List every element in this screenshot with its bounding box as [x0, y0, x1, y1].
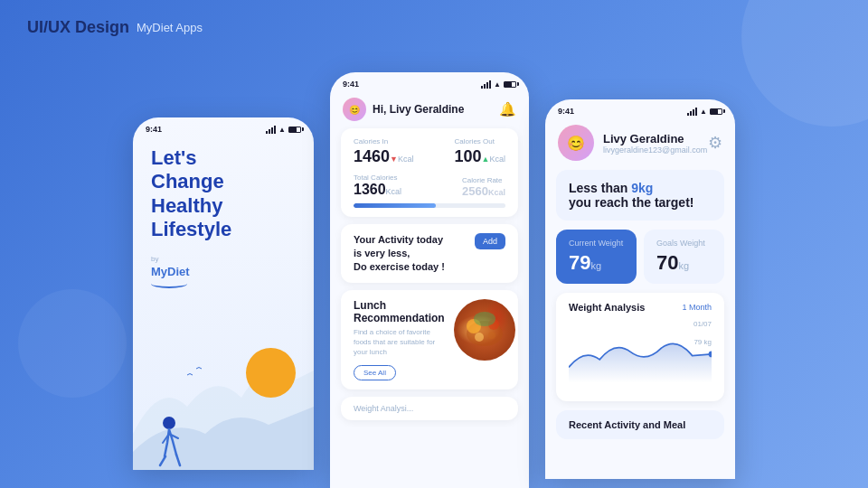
- profile-email: livygeraldine123@gmail.com: [603, 145, 707, 155]
- goals-weight-value: 70kg: [656, 251, 712, 275]
- weight-cards: Current Weight 79kg Goals Weight 70kg: [556, 230, 724, 284]
- status-bar-3: 9:41 ▲: [545, 99, 735, 119]
- signal-icon-1: [266, 126, 276, 134]
- lunch-section: Lunch Recommendation Find a choice of fa…: [341, 290, 518, 390]
- greeting-text: Hi, Livy Geraldine: [373, 103, 464, 116]
- profile-name: Livy Geraldine: [603, 132, 707, 145]
- food-image: [454, 299, 515, 361]
- activity-text: Your Activity todayis very less,Do exerc…: [354, 233, 445, 274]
- recent-activity-section: Recent Activity and Meal: [556, 410, 724, 439]
- time-1: 9:41: [146, 125, 162, 134]
- lunch-info: Lunch Recommendation Find a choice of fa…: [354, 299, 445, 381]
- status-icons-1: ▲: [266, 126, 301, 134]
- svg-point-6: [488, 332, 495, 339]
- weight-analysis-title: Weight Analysis: [569, 302, 645, 313]
- weight-analysis-preview: Weight Analysi...: [341, 397, 518, 420]
- target-highlight: 9kg: [631, 181, 653, 195]
- app-title: MyDiet Apps: [137, 21, 203, 34]
- calories-in: Calories In 1460▼Kcal: [354, 137, 413, 166]
- calories-in-label: Calories In: [354, 137, 413, 145]
- battery-icon-2: [504, 81, 516, 88]
- user-greeting: 😊 Hi, Livy Geraldine: [343, 98, 464, 121]
- page-header: UI/UX Design MyDiet Apps: [27, 18, 203, 37]
- chart-svg: [569, 320, 712, 388]
- phones-container: 9:41 ▲ Let'sChangeHealthyLifestyle by My…: [0, 72, 868, 488]
- design-title: UI/UX Design: [27, 18, 129, 37]
- signal-icon-3: [687, 108, 697, 116]
- svg-point-0: [163, 417, 175, 429]
- total-row: Total Calories 1360Kcal Calorie Rate 256…: [354, 174, 505, 198]
- signal-icon-2: [481, 80, 491, 89]
- goals-weight-label: Goals Weight: [656, 239, 712, 248]
- status-icons-2: ▲: [481, 80, 516, 89]
- wifi-icon-3: ▲: [700, 108, 707, 116]
- profile-header: 😊 Livy Geraldine livygeraldine123@gmail.…: [545, 119, 735, 170]
- time-3: 9:41: [558, 107, 574, 116]
- calories-progress-bar: [354, 203, 505, 208]
- dashboard-header: 😊 Hi, Livy Geraldine 🔔: [330, 92, 529, 128]
- illustration-svg: [133, 325, 314, 470]
- splash-illustration: [133, 325, 314, 470]
- calories-out-value: 100▲Kcal: [455, 147, 505, 166]
- activity-section: Your Activity todayis very less,Do exerc…: [341, 224, 518, 283]
- phone-dashboard: 9:41 ▲ 😊 Hi, Livy Geraldine 🔔: [330, 72, 529, 488]
- current-weight-card: Current Weight 79kg: [556, 230, 637, 284]
- status-bar-1: 9:41 ▲: [133, 117, 314, 137]
- chart-date: 01/07: [693, 320, 712, 328]
- profile-info: 😊 Livy Geraldine livygeraldine123@gmail.…: [558, 125, 707, 161]
- avatar-large: 😊: [558, 125, 594, 161]
- calories-out-label: Calories Out: [455, 137, 505, 145]
- bell-icon[interactable]: 🔔: [499, 101, 516, 117]
- calories-card: Calories In 1460▼Kcal Calories Out 100▲K…: [341, 128, 518, 217]
- total-calories: Total Calories 1360Kcal: [354, 174, 401, 198]
- svg-point-4: [474, 312, 495, 326]
- current-weight-value: 79kg: [569, 251, 624, 275]
- recent-activity-title: Recent Activity and Meal: [569, 419, 712, 430]
- battery-icon-1: [288, 127, 301, 133]
- wifi-icon-2: ▲: [494, 80, 501, 89]
- food-overlay: [454, 299, 515, 361]
- calories-in-value: 1460▼Kcal: [354, 147, 413, 166]
- status-bar-2: 9:41 ▲: [330, 72, 529, 92]
- sun-element: [246, 348, 296, 398]
- calories-progress-fill: [354, 203, 436, 208]
- lunch-title: Lunch Recommendation: [354, 299, 445, 324]
- logo-arc: [151, 279, 187, 288]
- wifi-icon-1: ▲: [278, 126, 286, 134]
- time-2: 9:41: [343, 80, 359, 89]
- brand-logo: MyDiet: [151, 265, 296, 278]
- svg-point-5: [475, 333, 484, 342]
- weight-analysis-chart: Weight Analysis 1 Month 01/07 79 kg: [556, 293, 724, 401]
- see-all-button[interactable]: See All: [354, 365, 396, 380]
- activity-title: Your Activity todayis very less,Do exerc…: [354, 233, 445, 274]
- splash-tagline: Let'sChangeHealthyLifestyle: [151, 146, 296, 242]
- settings-icon[interactable]: ⚙: [708, 133, 722, 153]
- target-banner: Less than 9kgyou reach the target!: [556, 170, 724, 221]
- weight-period: 1 Month: [682, 303, 712, 312]
- weight-chart: 01/07 79 kg: [569, 320, 712, 392]
- battery-icon-3: [710, 108, 722, 115]
- chart-weight-label: 79 kg: [693, 338, 712, 346]
- goals-weight-card: Goals Weight 70kg: [644, 230, 724, 284]
- brand-by: by: [151, 255, 296, 263]
- weight-analysis-preview-label: Weight Analysi...: [354, 404, 505, 413]
- profile-text: Livy Geraldine livygeraldine123@gmail.co…: [603, 132, 707, 155]
- calories-row: Calories In 1460▼Kcal Calories Out 100▲K…: [354, 137, 505, 166]
- add-button[interactable]: Add: [475, 233, 505, 249]
- target-text: Less than 9kgyou reach the target!: [569, 181, 712, 210]
- current-weight-label: Current Weight: [569, 239, 624, 248]
- calorie-rate: Calorie Rate 2560Kcal: [462, 176, 505, 198]
- lunch-desc: Find a choice of favorite foods that are…: [354, 327, 445, 358]
- splash-content: Let'sChangeHealthyLifestyle by MyDiet: [133, 137, 314, 297]
- phone-splash: 9:41 ▲ Let'sChangeHealthyLifestyle by My…: [133, 117, 314, 470]
- status-icons-3: ▲: [687, 108, 722, 116]
- calories-out: Calories Out 100▲Kcal: [455, 137, 505, 166]
- phone-profile: 9:41 ▲ 😊 Livy Geraldine livyger: [545, 99, 735, 479]
- weight-analysis-header: Weight Analysis 1 Month: [569, 302, 712, 313]
- avatar-small: 😊: [343, 98, 366, 121]
